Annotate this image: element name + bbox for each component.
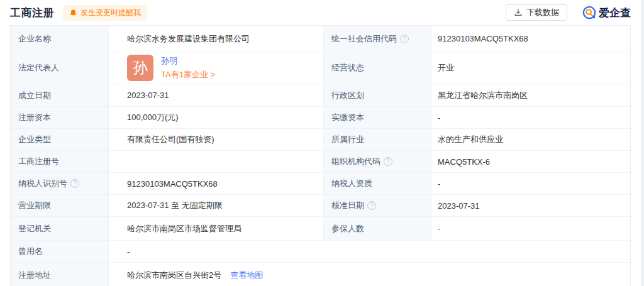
field-label-text: 组织机构代码 [331, 156, 380, 167]
field-label: 纳税人识别号 ? [11, 173, 109, 194]
field-label: 企业名称 [11, 26, 109, 52]
insured-count-value: - [431, 217, 630, 240]
table-row: 企业类型 有限责任公司(国有独资) 所属行业 水的生产和供应业 [11, 129, 630, 151]
field-label-text: 核准日期 [331, 200, 364, 211]
field-label-text: 纳税人识别号 [18, 178, 67, 189]
taxpayer-qualification-value: - [431, 173, 630, 194]
change-reminder-label: 发生变更时提醒我 [80, 8, 141, 18]
paid-capital-value: - [431, 107, 630, 128]
table-row: 登记机关 哈尔滨市南岗区市场监督管理局 参保人数 - [11, 217, 630, 241]
help-icon[interactable]: ? [384, 157, 392, 166]
industry-value: 水的生产和供应业 [431, 129, 630, 150]
company-name-value: 哈尔滨水务发展建设集团有限公司 [109, 26, 324, 52]
table-row: 曾用名 - [11, 241, 630, 263]
field-label: 注册地址 [11, 263, 109, 286]
field-label: 工商注册号 [11, 151, 109, 172]
former-name-value: - [109, 241, 630, 262]
org-code-value: MACQ5TKX-6 [431, 151, 630, 172]
field-label: 营业期限 [11, 195, 109, 216]
business-term-value: 2023-07-31 至 无固定期限 [109, 195, 324, 216]
brand-name: 爱企查 [599, 6, 631, 20]
field-label: 注册资本 [11, 107, 109, 128]
legal-rep-companies-link[interactable]: TA有1家企业 > [161, 69, 215, 80]
aiqicha-logo-icon [582, 6, 596, 19]
field-label: 统一社会信用代码 ? [324, 26, 431, 52]
establish-date-value: 2023-07-31 [109, 84, 324, 106]
field-label: 核准日期 ? [324, 195, 431, 216]
registered-address-cell: 哈尔滨市南岗区自兴街2号 查看地图 [109, 263, 630, 286]
field-label: 法定代表人 [11, 52, 109, 84]
table-row: 纳税人识别号 ? 91230103MACQ5TKX68 纳税人资质 - [11, 173, 630, 195]
registration-authority-value: 哈尔滨市南岗区市场监督管理局 [109, 217, 324, 240]
field-label: 曾用名 [11, 241, 109, 262]
field-label: 行政区划 [324, 84, 431, 106]
help-icon[interactable]: ? [70, 179, 79, 188]
business-registration-card: 工商注册 发生变更时提醒我 下载数据 爱企查 [0, 0, 641, 286]
change-reminder-badge[interactable]: 发生变更时提醒我 [63, 5, 147, 21]
field-label-text: 统一社会信用代码 [331, 33, 397, 45]
view-map-link[interactable]: 查看地图 [230, 270, 263, 281]
company-type-value: 有限责任公司(国有独资) [109, 129, 324, 150]
field-label: 企业类型 [11, 129, 109, 150]
table-row: 法定代表人 孙 孙明 TA有1家企业 > 经营状态 开业 [11, 52, 630, 84]
credit-code-value: 91230103MACQ5TKX68 [431, 26, 630, 52]
approval-date-value: 2023-07-31 [431, 195, 630, 216]
legal-rep-info: 孙明 TA有1家企业 > [161, 55, 215, 80]
field-label: 纳税人资质 [324, 173, 431, 194]
field-label: 所属行业 [324, 129, 431, 150]
registration-number-value [109, 151, 324, 172]
operating-status-value: 开业 [431, 52, 630, 84]
help-icon[interactable]: ? [367, 201, 376, 210]
table-row: 注册资本 100,000万(元) 实缴资本 - [11, 107, 630, 129]
field-label: 实缴资本 [324, 107, 431, 128]
registered-address-value: 哈尔滨市南岗区自兴街2号 [127, 270, 221, 281]
field-label: 经营状态 [324, 52, 431, 84]
section-header: 工商注册 发生变更时提醒我 下载数据 爱企查 [10, 0, 631, 25]
bell-icon [69, 9, 77, 17]
field-label: 登记机关 [11, 217, 109, 240]
legal-representative-cell: 孙 孙明 TA有1家企业 > [109, 52, 324, 84]
field-label: 参保人数 [324, 217, 431, 240]
download-data-button[interactable]: 下载数据 [506, 4, 567, 21]
field-label: 成立日期 [11, 84, 109, 106]
aiqicha-logo[interactable]: 爱企查 [582, 6, 631, 20]
table-row: 注册地址 哈尔滨市南岗区自兴街2号 查看地图 [11, 263, 630, 286]
legal-rep-name-link[interactable]: 孙明 [161, 55, 215, 67]
legal-rep-avatar[interactable]: 孙 [127, 55, 153, 81]
taxpayer-id-value: 91230103MACQ5TKX68 [109, 173, 324, 194]
download-data-label: 下载数据 [526, 7, 559, 18]
registration-info-table: 企业名称 哈尔滨水务发展建设集团有限公司 统一社会信用代码 ? 91230103… [10, 25, 631, 286]
help-icon[interactable]: ? [400, 35, 409, 43]
admin-division-value: 黑龙江省哈尔滨市南岗区 [431, 84, 630, 106]
registered-capital-value: 100,000万(元) [109, 107, 324, 128]
download-icon [514, 8, 523, 17]
table-row: 工商注册号 组织机构代码 ? MACQ5TKX-6 [11, 151, 630, 173]
section-title: 工商注册 [10, 6, 54, 20]
table-row: 营业期限 2023-07-31 至 无固定期限 核准日期 ? 2023-07-3… [11, 195, 630, 217]
table-row: 企业名称 哈尔滨水务发展建设集团有限公司 统一社会信用代码 ? 91230103… [11, 26, 630, 52]
table-row: 成立日期 2023-07-31 行政区划 黑龙江省哈尔滨市南岗区 [11, 84, 630, 107]
field-label: 组织机构代码 ? [324, 151, 431, 172]
